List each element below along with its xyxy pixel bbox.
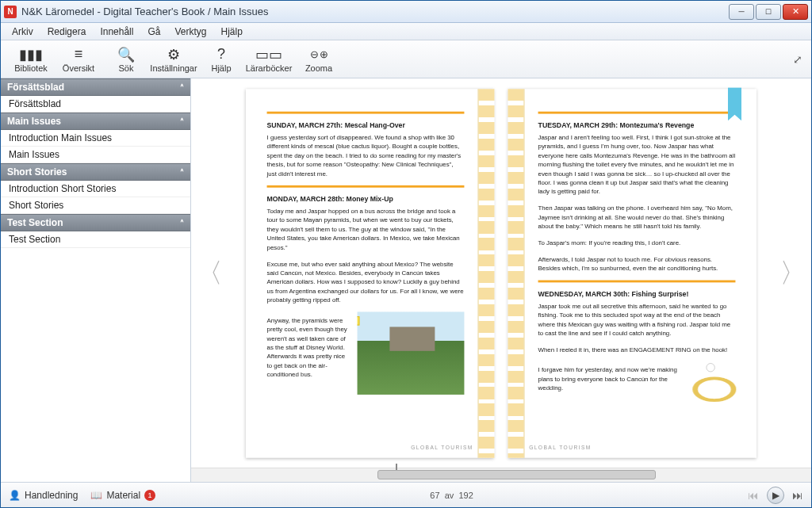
sidebar-section-title: Försättsblad bbox=[7, 82, 64, 93]
divider bbox=[267, 185, 465, 187]
divider bbox=[538, 280, 736, 282]
handledning-button[interactable]: 👤 Handledning bbox=[9, 490, 78, 501]
entry-text: I guess yesterday sort of disappeared. W… bbox=[267, 132, 465, 178]
entry-text: Then Jaspar was talking on the phone. I … bbox=[538, 203, 736, 230]
tool-label: Hjälp bbox=[211, 63, 231, 73]
status-label: Material bbox=[106, 490, 140, 501]
page-footer: GLOBAL TOURISM bbox=[529, 445, 592, 450]
main-area: Försättsblad ˄ Försättsblad Main Issues … bbox=[1, 78, 811, 482]
play-button[interactable]: ▶ bbox=[767, 487, 784, 504]
entry-text: Jaspar and I aren't feeling too well. Fi… bbox=[538, 132, 736, 196]
material-button[interactable]: 📖 Material 1 bbox=[90, 490, 155, 501]
sidebar-item[interactable]: Introduction Main Issues bbox=[1, 130, 190, 147]
library-icon: ▮▮▮ bbox=[19, 46, 43, 63]
tool-label: Bibliotek bbox=[14, 63, 48, 73]
horizontal-scrollbar[interactable] bbox=[191, 468, 811, 482]
decorative-strip bbox=[478, 89, 495, 458]
search-icon: 🔍 bbox=[117, 46, 135, 63]
tool-bibliotek[interactable]: ▮▮▮ Bibliotek bbox=[7, 46, 55, 73]
tool-hjalp[interactable]: ? Hjälp bbox=[197, 46, 245, 73]
page-spread: SUNDAY, MARCH 27th: Mescal Hang-Over I g… bbox=[246, 89, 756, 458]
menu-verktyg[interactable]: Verktyg bbox=[170, 25, 211, 39]
statusbar: 👤 Handledning 📖 Material 1 67 av 192 ⏮ ▶… bbox=[1, 482, 811, 507]
entry-text: Excuse me, but who ever said anything ab… bbox=[267, 259, 465, 304]
entry-text: Anyway, the pyramids were pretty cool, e… bbox=[267, 315, 350, 379]
entry-heading: TUESDAY, MARCH 29th: Montezuma's Revenge bbox=[538, 121, 736, 129]
zoom-icon: ⊖ ⊕ bbox=[310, 46, 328, 63]
sticky-note-icon[interactable] bbox=[358, 316, 360, 325]
sidebar-section-header[interactable]: Main Issues ˄ bbox=[1, 113, 190, 130]
chevron-up-icon: ˄ bbox=[180, 83, 184, 92]
sidebar-item[interactable]: Introduction Short Stories bbox=[1, 181, 190, 197]
menu-arkiv[interactable]: Arkiv bbox=[7, 25, 38, 39]
divider bbox=[538, 111, 736, 113]
entry-text: When I reeled it in, there was an ENGAGE… bbox=[538, 345, 736, 353]
window-close-button[interactable] bbox=[783, 4, 808, 20]
sidebar-section-header[interactable]: Short Stories ˄ bbox=[1, 163, 190, 181]
sidebar-item[interactable]: Försättsblad bbox=[1, 96, 190, 113]
menubar: Arkiv Redigera Innehåll Gå Verktyg Hjälp bbox=[1, 23, 811, 40]
page-left: SUNDAY, MARCH 27th: Mescal Hang-Over I g… bbox=[246, 89, 495, 458]
prev-page-button[interactable]: 〈 bbox=[197, 254, 221, 293]
current-page-number: 67 bbox=[430, 491, 439, 500]
sidebar-section-title: Short Stories bbox=[7, 166, 67, 178]
entry-heading: SUNDAY, MARCH 27th: Mescal Hang-Over bbox=[267, 121, 465, 129]
fullscreen-button[interactable]: ⤢ bbox=[791, 52, 805, 67]
tool-oversikt[interactable]: ≡ Översikt bbox=[55, 46, 102, 73]
window-minimize-button[interactable] bbox=[729, 4, 754, 20]
menu-redigera[interactable]: Redigera bbox=[43, 25, 91, 39]
tool-zooma[interactable]: ⊖ ⊕ Zooma bbox=[299, 46, 339, 73]
bookmark-ribbon-icon[interactable] bbox=[728, 87, 741, 120]
sidebar-section-header[interactable]: Försättsblad ˄ bbox=[1, 78, 190, 96]
gear-icon: ⚙ bbox=[167, 46, 180, 63]
overview-icon: ≡ bbox=[75, 46, 83, 63]
entry-text: I forgave him for yesterday, and now we'… bbox=[538, 365, 680, 392]
entry-text: Jaspar took me out all secretive this af… bbox=[538, 301, 736, 338]
entry-heading: MONDAY, MARCH 28th: Money Mix-Up bbox=[267, 195, 465, 203]
page-sep: av bbox=[445, 491, 454, 500]
sidebar-item[interactable]: Test Section bbox=[1, 231, 190, 248]
next-page-button[interactable]: 〉 bbox=[781, 254, 805, 293]
tool-label: Inställningar bbox=[150, 63, 197, 73]
sidebar-section-title: Test Section bbox=[7, 217, 63, 228]
help-icon: ? bbox=[217, 46, 225, 63]
chevron-up-icon: ˄ bbox=[180, 168, 184, 177]
tool-sok[interactable]: 🔍 Sök bbox=[102, 46, 150, 73]
sidebar[interactable]: Försättsblad ˄ Försättsblad Main Issues … bbox=[1, 78, 191, 482]
skip-back-button[interactable]: ⏮ bbox=[748, 489, 759, 502]
sidebar-section-header[interactable]: Test Section ˄ bbox=[1, 214, 190, 231]
chevron-up-icon: ˄ bbox=[180, 219, 184, 227]
toolbar: ▮▮▮ Bibliotek ≡ Översikt 🔍 Sök ⚙ Inställ… bbox=[1, 40, 811, 78]
scrollbar-thumb[interactable] bbox=[377, 470, 657, 479]
total-pages-number: 192 bbox=[458, 491, 473, 500]
chevron-up-icon: ˄ bbox=[180, 117, 184, 126]
menu-innehall[interactable]: Innehåll bbox=[95, 25, 138, 39]
tool-installningar[interactable]: ⚙ Inställningar bbox=[150, 46, 197, 73]
sidebar-item[interactable]: Main Issues bbox=[1, 147, 190, 163]
books-icon: ▭▭ bbox=[255, 46, 282, 63]
tool-lararbocker[interactable]: ▭▭ Lärarböcker bbox=[245, 46, 293, 73]
menu-hjalp[interactable]: Hjälp bbox=[216, 25, 247, 39]
sidebar-item[interactable]: Short Stories bbox=[1, 197, 190, 214]
entry-text: To Jaspar's mom: If you're reading this,… bbox=[538, 238, 736, 246]
page-right: TUESDAY, MARCH 29th: Montezuma's Revenge… bbox=[508, 89, 756, 458]
window-maximize-button[interactable] bbox=[756, 4, 781, 20]
menu-ga[interactable]: Gå bbox=[143, 25, 165, 39]
sidebar-section-title: Main Issues bbox=[7, 116, 61, 127]
pyramid-photo bbox=[358, 311, 465, 395]
ring-photo bbox=[687, 361, 736, 400]
notification-badge: 1 bbox=[144, 490, 155, 501]
book-icon: 📖 bbox=[90, 490, 102, 501]
entry-text: Afterwards, I told Jaspar not to touch m… bbox=[538, 254, 736, 273]
entry-text: Today me and Jaspar hopped on a bus acro… bbox=[267, 206, 465, 251]
window-titlebar: N N&K Läromedel - Digital Teacher's Book… bbox=[1, 1, 811, 23]
skip-forward-button[interactable]: ⏭ bbox=[792, 489, 803, 502]
page-footer: GLOBAL TOURISM bbox=[411, 445, 473, 450]
tool-label: Zooma bbox=[305, 63, 332, 73]
status-label: Handledning bbox=[25, 490, 78, 501]
page-viewport[interactable]: 〈 〉 SUNDAY, MARCH 27th: Mescal Hang-Over… bbox=[191, 78, 811, 468]
decorative-strip bbox=[508, 89, 525, 458]
entry-heading: WEDNESDAY, MARCH 30th: Fishing Surprise! bbox=[538, 290, 736, 298]
window-title: N&K Läromedel - Digital Teacher's Book /… bbox=[21, 6, 727, 17]
page-indicator: 67 av 192 bbox=[155, 491, 748, 500]
